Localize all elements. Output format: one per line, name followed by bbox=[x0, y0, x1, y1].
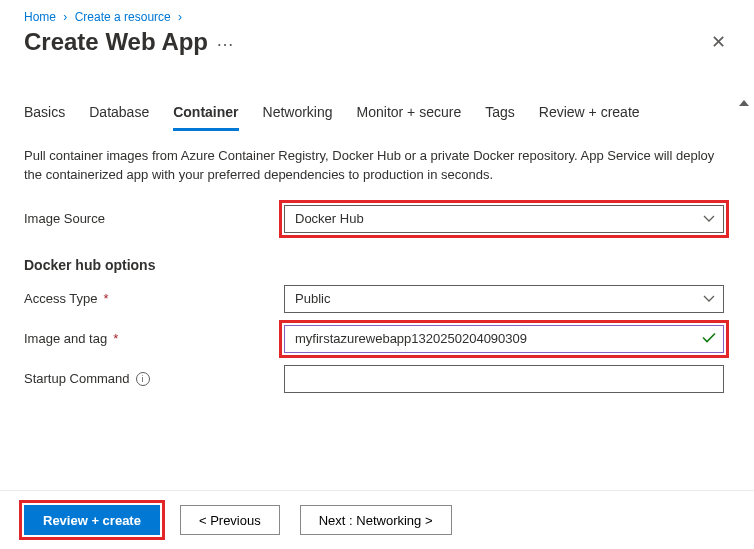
row-image-and-tag: Image and tag* bbox=[24, 325, 730, 353]
required-indicator: * bbox=[113, 331, 118, 346]
title-row: Create Web App … ✕ bbox=[0, 28, 754, 64]
tab-networking[interactable]: Networking bbox=[263, 98, 333, 131]
tab-container[interactable]: Container bbox=[173, 98, 238, 131]
tabs: Basics Database Container Networking Mon… bbox=[24, 98, 730, 131]
required-indicator: * bbox=[103, 291, 108, 306]
row-image-source: Image Source Docker Hub bbox=[24, 205, 730, 233]
chevron-down-icon bbox=[703, 292, 715, 306]
info-icon[interactable]: i bbox=[136, 372, 150, 386]
breadcrumb-separator: › bbox=[59, 10, 71, 24]
previous-button[interactable]: < Previous bbox=[180, 505, 280, 535]
scrollbar[interactable] bbox=[736, 100, 752, 106]
breadcrumb-separator: › bbox=[174, 10, 186, 24]
dropdown-value: Public bbox=[295, 291, 330, 306]
breadcrumb: Home › Create a resource › bbox=[0, 0, 754, 28]
close-icon[interactable]: ✕ bbox=[707, 31, 730, 53]
tab-database[interactable]: Database bbox=[89, 98, 149, 131]
row-access-type: Access Type* Public bbox=[24, 285, 730, 313]
page-title: Create Web App bbox=[24, 28, 208, 56]
input-image-and-tag[interactable] bbox=[284, 325, 724, 353]
dropdown-image-source[interactable]: Docker Hub bbox=[284, 205, 724, 233]
label-image-source: Image Source bbox=[24, 211, 284, 226]
input-startup-command[interactable] bbox=[284, 365, 724, 393]
row-startup-command: Startup Command i bbox=[24, 365, 730, 393]
tab-basics[interactable]: Basics bbox=[24, 98, 65, 131]
dropdown-value: Docker Hub bbox=[295, 211, 364, 226]
tab-tags[interactable]: Tags bbox=[485, 98, 515, 131]
breadcrumb-item-home[interactable]: Home bbox=[24, 10, 56, 24]
scroll-up-arrow-icon bbox=[739, 100, 749, 106]
dropdown-access-type[interactable]: Public bbox=[284, 285, 724, 313]
next-button[interactable]: Next : Networking > bbox=[300, 505, 452, 535]
tab-monitor-secure[interactable]: Monitor + secure bbox=[357, 98, 462, 131]
label-startup-command: Startup Command i bbox=[24, 371, 284, 386]
main-content: Basics Database Container Networking Mon… bbox=[0, 90, 754, 479]
tab-description: Pull container images from Azure Contain… bbox=[24, 147, 724, 185]
tab-review-create[interactable]: Review + create bbox=[539, 98, 640, 131]
chevron-down-icon bbox=[703, 212, 715, 226]
wizard-footer: Review + create < Previous Next : Networ… bbox=[0, 490, 754, 549]
breadcrumb-item-create-resource[interactable]: Create a resource bbox=[75, 10, 171, 24]
review-create-button[interactable]: Review + create bbox=[24, 505, 160, 535]
label-image-and-tag: Image and tag* bbox=[24, 331, 284, 346]
section-heading-docker-hub: Docker hub options bbox=[24, 257, 730, 273]
more-actions-icon[interactable]: … bbox=[208, 30, 234, 51]
label-access-type: Access Type* bbox=[24, 291, 284, 306]
